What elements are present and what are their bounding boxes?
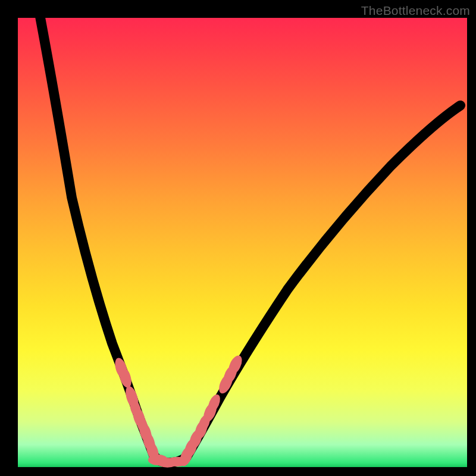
stage: TheBottleneck.com <box>0 0 476 476</box>
beads-group <box>112 353 245 468</box>
curve-right-branch <box>186 105 461 457</box>
plot-area: left-branch trough right-branch line #e4… <box>18 18 467 467</box>
curve-left-branch <box>40 18 154 456</box>
watermark-text: TheBottleneck.com <box>361 4 470 18</box>
curve-layer <box>18 18 467 467</box>
